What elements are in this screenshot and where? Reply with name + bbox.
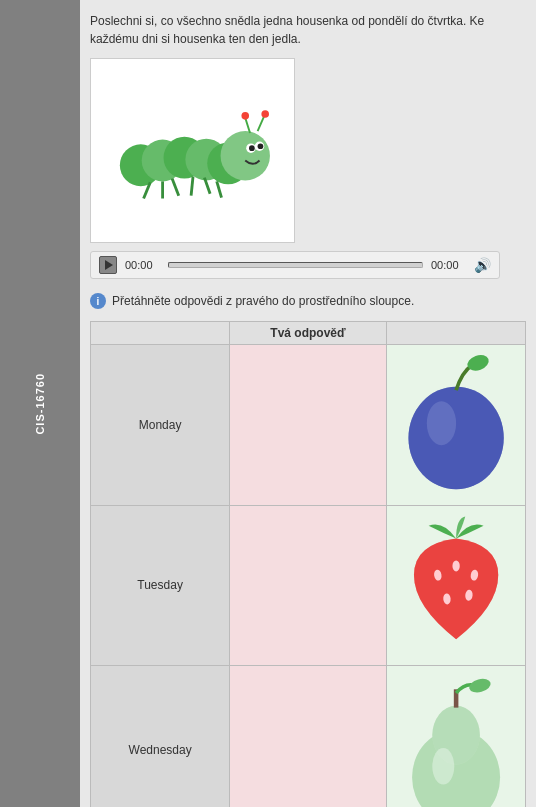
hint-text: Přetáhněte odpovědi z pravého do prostře… xyxy=(112,294,414,308)
svg-point-11 xyxy=(241,112,249,120)
col-header-answer: Tvá odpověď xyxy=(230,322,387,345)
day-cell: Monday xyxy=(91,345,230,506)
col-header-fruit xyxy=(386,322,525,345)
fruit-cell xyxy=(386,666,525,807)
answer-table: Tvá odpověď Monday Tuesday Wednesday xyxy=(90,321,526,807)
svg-point-5 xyxy=(220,131,269,180)
intro-text: Poslechni si, co všechno snědla jedna ho… xyxy=(90,12,526,48)
day-cell: Wednesday xyxy=(91,666,230,807)
svg-point-34 xyxy=(467,677,492,695)
sidebar-label: CIS-16760 xyxy=(34,373,46,435)
hint-row: i Přetáhněte odpovědi z pravého do prost… xyxy=(90,293,526,309)
time-elapsed: 00:00 xyxy=(125,259,160,271)
svg-line-16 xyxy=(172,178,179,195)
main-content: Poslechni si, co všechno snědla jedna ho… xyxy=(80,0,536,807)
info-icon: i xyxy=(90,293,106,309)
table-row: Monday xyxy=(91,345,526,506)
col-header-day xyxy=(91,322,230,345)
table-row: Wednesday xyxy=(91,666,526,807)
svg-point-22 xyxy=(427,401,456,445)
time-total: 00:00 xyxy=(431,259,466,271)
svg-point-9 xyxy=(257,143,263,149)
svg-point-7 xyxy=(249,145,255,151)
progress-bar[interactable] xyxy=(168,262,423,268)
answer-cell[interactable] xyxy=(230,666,387,807)
svg-point-35 xyxy=(432,748,454,785)
fruit-cell xyxy=(386,505,525,666)
video-container xyxy=(90,58,295,243)
svg-point-25 xyxy=(452,560,459,571)
answer-cell[interactable] xyxy=(230,345,387,506)
fruit-cell xyxy=(386,345,525,506)
svg-point-21 xyxy=(408,387,503,490)
svg-line-19 xyxy=(216,181,221,197)
svg-point-23 xyxy=(465,352,491,373)
caterpillar-image xyxy=(98,86,288,216)
svg-point-13 xyxy=(261,110,269,118)
day-cell: Tuesday xyxy=(91,505,230,666)
sidebar: CIS-16760 xyxy=(0,0,80,807)
svg-line-17 xyxy=(191,176,193,195)
svg-line-10 xyxy=(245,117,250,132)
answer-cell[interactable] xyxy=(230,505,387,666)
table-row: Tuesday xyxy=(91,505,526,666)
play-icon xyxy=(105,260,113,270)
play-button[interactable] xyxy=(99,256,117,274)
volume-icon[interactable]: 🔊 xyxy=(474,257,491,273)
svg-line-12 xyxy=(257,115,264,130)
audio-player: 00:00 00:00 🔊 xyxy=(90,251,500,279)
